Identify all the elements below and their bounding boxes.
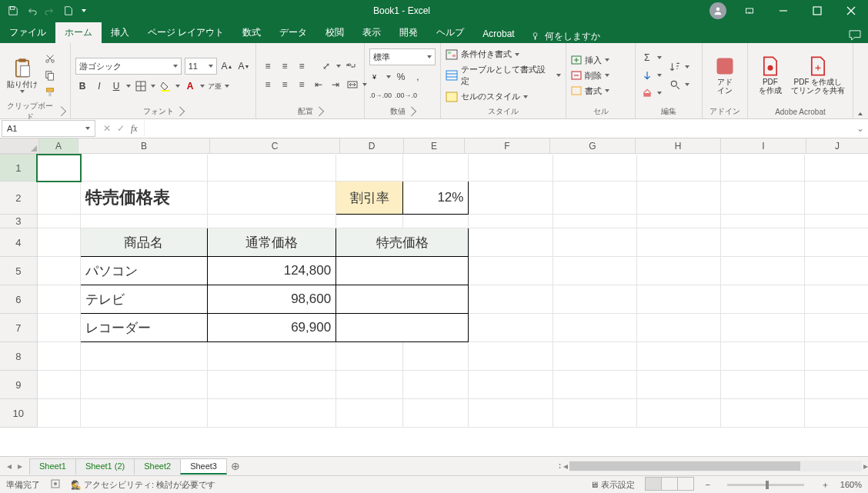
maximize-button[interactable]: [800, 0, 834, 22]
row-header-7[interactable]: 7: [0, 314, 37, 342]
cut-button[interactable]: [43, 52, 57, 65]
align-center-button[interactable]: ≡: [278, 78, 292, 92]
cell-C5[interactable]: 124,800: [207, 257, 336, 285]
cell-D5[interactable]: [336, 257, 469, 285]
undo-icon[interactable]: [26, 5, 37, 16]
cell-F3[interactable]: [469, 215, 553, 228]
close-button[interactable]: [834, 0, 868, 22]
insert-cells-button[interactable]: 挿入: [571, 55, 609, 66]
cell-H8[interactable]: [636, 342, 720, 371]
cell-B1[interactable]: [81, 155, 207, 182]
cell-F10[interactable]: [469, 399, 553, 428]
tab-developer[interactable]: 開発: [390, 22, 427, 43]
row-header-6[interactable]: 6: [0, 285, 37, 314]
clear-button[interactable]: [640, 86, 654, 100]
cell-I10[interactable]: [720, 399, 804, 428]
addin-button[interactable]: アド イン: [707, 56, 743, 95]
tab-formulas[interactable]: 数式: [233, 22, 270, 43]
border-button[interactable]: [134, 79, 148, 93]
sort-filter-button[interactable]: [668, 60, 682, 74]
cell-A8[interactable]: [37, 342, 81, 371]
font-size-select[interactable]: 11: [185, 58, 217, 75]
fill-button[interactable]: [640, 68, 654, 82]
align-bottom-button[interactable]: ≡: [295, 59, 309, 73]
cell-A3[interactable]: [37, 215, 81, 228]
cell-H1[interactable]: [636, 155, 720, 182]
sheet-tab-Sheet2[interactable]: Sheet2: [134, 458, 181, 475]
cell-A5[interactable]: [37, 257, 81, 285]
cell-G4[interactable]: [553, 228, 636, 257]
cell-J6[interactable]: [804, 285, 868, 314]
cell-B8[interactable]: [81, 342, 207, 371]
cell-J4[interactable]: [804, 228, 868, 257]
cell-F4[interactable]: [469, 228, 553, 257]
decrease-font-button[interactable]: A▼: [237, 59, 251, 73]
cell-J3[interactable]: [804, 215, 868, 228]
qat-more-icon[interactable]: [82, 9, 86, 12]
dialog-launcher-icon[interactable]: [57, 106, 66, 115]
decrease-decimal-button[interactable]: .00→.0: [395, 88, 417, 102]
cell-J7[interactable]: [804, 314, 868, 342]
cell-G10[interactable]: [553, 399, 636, 428]
cell-H3[interactable]: [636, 215, 720, 228]
cell-J10[interactable]: [804, 399, 868, 428]
cell-A1[interactable]: [37, 155, 81, 182]
cell-E2[interactable]: 12%: [402, 182, 468, 215]
cell-F1[interactable]: [469, 155, 553, 182]
cell-I6[interactable]: [720, 285, 804, 314]
orientation-button[interactable]: ⤢: [319, 59, 333, 73]
cell-D1[interactable]: [336, 155, 403, 182]
sheet-tab-Sheet1[interactable]: Sheet1: [29, 458, 76, 475]
zoom-slider[interactable]: [727, 484, 804, 486]
cell-C10[interactable]: [207, 399, 336, 428]
cell-F2[interactable]: [469, 182, 553, 215]
cell-B4[interactable]: 商品名: [81, 228, 207, 257]
underline-button[interactable]: U: [109, 79, 123, 93]
tab-home[interactable]: ホーム: [55, 22, 102, 43]
format-cells-button[interactable]: 書式: [571, 85, 609, 97]
cell-G1[interactable]: [553, 155, 636, 182]
cell-E3[interactable]: [402, 215, 468, 228]
tab-pagelayout[interactable]: ページ レイアウト: [139, 22, 233, 43]
column-header-D[interactable]: D: [340, 138, 404, 154]
cell-C1[interactable]: [207, 155, 336, 182]
save-icon[interactable]: [8, 5, 18, 16]
cell-J2[interactable]: [804, 182, 868, 215]
row-header-10[interactable]: 10: [0, 399, 37, 428]
increase-font-button[interactable]: A▲: [220, 59, 234, 73]
formula-input[interactable]: [144, 121, 853, 136]
cell-E9[interactable]: [402, 371, 468, 399]
tab-nav-next[interactable]: ▸: [15, 461, 25, 471]
cell-A4[interactable]: [37, 228, 81, 257]
cell-G6[interactable]: [553, 285, 636, 314]
cell-C2[interactable]: [207, 182, 336, 215]
cell-A10[interactable]: [37, 399, 81, 428]
merge-center-button[interactable]: [346, 78, 359, 92]
fx-button[interactable]: fx: [131, 123, 138, 135]
row-header-3[interactable]: 3: [0, 215, 37, 228]
cell-D4[interactable]: 特売価格: [336, 228, 469, 257]
cell-E8[interactable]: [402, 342, 468, 371]
column-header-F[interactable]: F: [465, 138, 550, 154]
spreadsheet-grid[interactable]: 12特売価格表割引率12%34商品名通常価格特売価格5パソコン124,8006テ…: [0, 154, 868, 428]
zoom-out-button[interactable]: −: [705, 480, 709, 489]
tab-help[interactable]: ヘルプ: [427, 22, 473, 43]
cell-F7[interactable]: [469, 314, 553, 342]
dialog-launcher-icon[interactable]: [406, 106, 416, 116]
increase-decimal-button[interactable]: .0→.00: [369, 88, 392, 102]
decrease-indent-button[interactable]: ⇤: [312, 78, 326, 92]
delete-cells-button[interactable]: 削除: [571, 70, 609, 82]
tab-review[interactable]: 校閲: [316, 22, 353, 43]
cell-B5[interactable]: パソコン: [81, 257, 207, 285]
zoom-level[interactable]: 160%: [840, 480, 862, 489]
tell-me-search[interactable]: 何をしますか: [530, 30, 600, 43]
cell-A9[interactable]: [37, 371, 81, 399]
cell-G9[interactable]: [553, 371, 636, 399]
row-header-9[interactable]: 9: [0, 371, 37, 399]
cell-C9[interactable]: [207, 371, 336, 399]
cell-C6[interactable]: 98,600: [207, 285, 336, 314]
cell-C3[interactable]: [207, 215, 336, 228]
cell-C8[interactable]: [207, 342, 336, 371]
cell-G3[interactable]: [553, 215, 636, 228]
cell-I7[interactable]: [720, 314, 804, 342]
